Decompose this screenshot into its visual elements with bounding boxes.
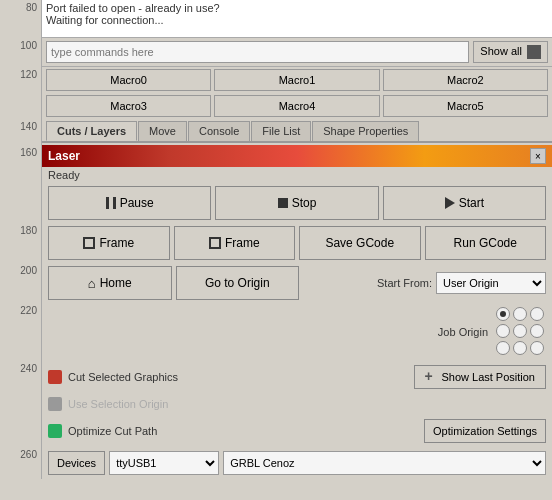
use-selection-label: Use Selection Origin (68, 398, 168, 410)
console-line1: Port failed to open - already in use? (46, 2, 548, 14)
frame-solid-icon (83, 237, 95, 249)
last-position-label: Show Last Position (441, 371, 535, 383)
home-button[interactable]: ⌂ Home (48, 266, 172, 300)
laser-header: Laser × (42, 145, 552, 167)
ruler-label-240: 240 (0, 361, 42, 447)
origin-bottom-right[interactable] (530, 341, 544, 355)
origin-middle-left[interactable] (496, 324, 510, 338)
laser-status: Ready (42, 167, 552, 183)
go-to-origin-button[interactable]: Go to Origin (176, 266, 300, 300)
use-selection-toggle[interactable] (48, 397, 62, 411)
tab-move[interactable]: Move (138, 121, 187, 141)
stop-icon (278, 198, 288, 208)
origin-top-right[interactable] (530, 307, 544, 321)
ruler-label-200: 200 (0, 263, 42, 303)
console-line2: Waiting for connection... (46, 14, 548, 26)
macro3-button[interactable]: Macro3 (46, 95, 211, 117)
optimization-settings-button[interactable]: Optimization Settings (424, 419, 546, 443)
job-origin-grid (496, 307, 546, 357)
macro0-button[interactable]: Macro0 (46, 69, 211, 91)
stop-button[interactable]: Stop (215, 186, 378, 220)
frame-solid-label: Frame (99, 236, 134, 250)
origin-top-left[interactable] (496, 307, 510, 321)
frame-dashed-icon (209, 237, 221, 249)
start-icon (445, 197, 455, 209)
ruler-label-140: 140 (0, 119, 42, 145)
frame-dashed-button[interactable]: Frame (174, 226, 296, 260)
laser-close-button[interactable]: × (530, 148, 546, 164)
origin-middle-right[interactable] (530, 324, 544, 338)
frame-dashed-label: Frame (225, 236, 260, 250)
origin-middle-center[interactable] (513, 324, 527, 338)
cut-selected-toggle[interactable] (48, 370, 62, 384)
home-icon: ⌂ (88, 276, 96, 291)
show-all-icon (527, 45, 541, 59)
run-gcode-label: Run GCode (454, 236, 517, 250)
grbl-select[interactable]: GRBL Cenoz GRBL Ruida (223, 451, 546, 475)
save-gcode-label: Save GCode (325, 236, 394, 250)
run-gcode-button[interactable]: Run GCode (425, 226, 547, 260)
macro5-button[interactable]: Macro5 (383, 95, 548, 117)
tab-file-list[interactable]: File List (251, 121, 311, 141)
origin-bottom-center[interactable] (513, 341, 527, 355)
macro4-button[interactable]: Macro4 (214, 95, 379, 117)
optimize-cut-toggle[interactable] (48, 424, 62, 438)
show-last-position-button[interactable]: Show Last Position (414, 365, 546, 389)
frame-solid-button[interactable]: Frame (48, 226, 170, 260)
ruler-label-180: 180 (0, 223, 42, 263)
go-to-origin-label: Go to Origin (205, 276, 270, 290)
macro2-button[interactable]: Macro2 (383, 69, 548, 91)
crosshair-icon (425, 371, 437, 383)
optimization-settings-label: Optimization Settings (433, 425, 537, 437)
tab-shape-properties[interactable]: Shape Properties (312, 121, 419, 141)
show-all-label: Show all (480, 45, 522, 57)
job-origin-label: Job Origin (438, 326, 488, 338)
save-gcode-button[interactable]: Save GCode (299, 226, 421, 260)
tab-cuts-layers[interactable]: Cuts / Layers (46, 121, 137, 141)
optimize-cut-label: Optimize Cut Path (68, 425, 157, 437)
command-input[interactable] (46, 41, 469, 63)
start-from-label: Start From: (377, 277, 432, 289)
origin-bottom-left[interactable] (496, 341, 510, 355)
cut-selected-label: Cut Selected Graphics (68, 371, 178, 383)
pause-icon (106, 197, 116, 209)
devices-button[interactable]: Devices (48, 451, 105, 475)
macro1-button[interactable]: Macro1 (214, 69, 379, 91)
start-label: Start (459, 196, 484, 210)
laser-title: Laser (48, 149, 80, 163)
start-button[interactable]: Start (383, 186, 546, 220)
show-all-button[interactable]: Show all (473, 41, 548, 63)
ruler-label-120: 120 (0, 67, 42, 119)
pause-button[interactable]: Pause (48, 186, 211, 220)
ruler-label-80: 80 (0, 0, 42, 38)
tab-console[interactable]: Console (188, 121, 250, 141)
start-from-select[interactable]: User Origin Machine Origin Current Posit… (436, 272, 546, 294)
port-select[interactable]: ttyUSB1 ttyUSB0 (109, 451, 219, 475)
stop-label: Stop (292, 196, 317, 210)
ruler-label-100: 100 (0, 38, 42, 67)
ruler-label-260: 260 (0, 447, 42, 479)
home-label: Home (100, 276, 132, 290)
pause-label: Pause (120, 196, 154, 210)
origin-top-center[interactable] (513, 307, 527, 321)
ruler-label-160: 160 (0, 145, 42, 223)
ruler-label-220: 220 (0, 303, 42, 361)
